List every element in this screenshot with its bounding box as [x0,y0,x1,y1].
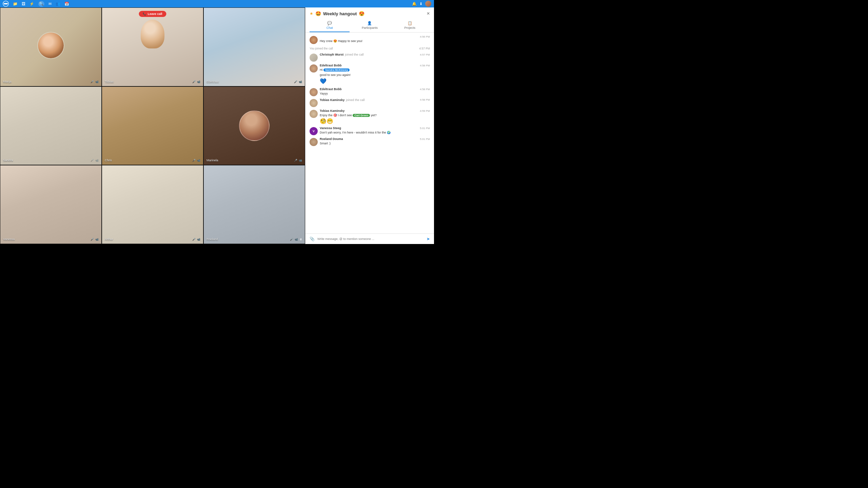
cam-icon-marinela[interactable]: 📹 [299,159,302,162]
video-cell-roeland: Roeland 🎤 📹 🖥 [203,165,305,244]
leave-call-button[interactable]: 📞 Leave call [139,11,166,17]
title-emoji2: 😍 [359,11,364,16]
tab-participants[interactable]: 👤 Participants [350,19,390,32]
cam-icon-vanessa[interactable]: 📹 [95,238,99,241]
app-logo[interactable] [3,1,9,7]
cam-icon-roeland[interactable]: 📹 [295,238,298,241]
nav-contacts-icon[interactable]: 👥 [56,2,60,6]
avatar-msg1 [310,36,318,44]
video-controls-tobias: 🎤 📹 [192,80,200,83]
tobias-joined: Tobias Kaminsky joined the call 4:58 PM [310,98,430,107]
tab-chat[interactable]: 💬 Chat [310,19,350,32]
video-controls-sandra: 🎤 📹 [91,159,99,162]
video-controls-chris: 🎤 📹 [192,159,200,162]
avatar-vanessa-msg: V [310,127,318,135]
participant-name-marinela: Marinela [206,159,218,162]
video-controls-marija: 🎤 📹 [91,80,99,83]
video-cell-chris: Chris 🎤 📹 [102,86,203,165]
participants-tab-label: Participants [362,26,378,29]
chat-messages-list: 4:56 PM Hey crew 😍 Happy to see you! You… [305,33,434,233]
send-message-icon[interactable]: ➤ [427,237,430,241]
video-controls-edeltraut: 🎤 📹 [294,80,302,83]
mic-icon-tobias[interactable]: 🎤 [192,80,196,83]
avatar-marija [37,32,64,59]
message-roeland: Roeland Douma 5:01 PM Smart :) [310,137,430,146]
video-cell-vanessa: Vanessa 🎤 📹 [0,165,102,244]
cam-icon-tobias[interactable]: 📹 [197,80,200,83]
msg-content-tobias: Tobias Kaminsky 4:59 PM Enjoy the 🎯 I do… [320,109,430,125]
nextcloud-logo-icon [3,1,9,7]
cam-icon-arthur[interactable]: 📹 [197,238,200,241]
video-cell-marija: Marija 🎤 📹 [0,7,102,86]
top-navigation: 📁 🖼 ⚡ 🔍 ✉ 👥 📅 🔔 ⬇ [0,0,434,7]
mic-icon-chris[interactable]: 🎤 [192,159,196,162]
participant-name-roeland: Roeland [206,238,218,241]
avatar-roeland-msg [310,138,318,146]
title-emoji: 🤩 [315,11,321,16]
mic-icon-arthur[interactable]: 🎤 [192,238,196,241]
avatar-tobias-msg [310,99,318,107]
tab-projects[interactable]: 📋 Projects [390,19,430,32]
message-1: 4:56 PM Hey crew 😍 Happy to see you! [310,35,430,44]
avatar-christoph [310,54,318,62]
video-cell-sandra: Sandra 🎤 📹 [0,86,102,165]
msg-content-edeltraut-1: Edeltraut Bobb 4:58 PM Hi Sandra McKinne… [320,64,430,85]
cam-icon-edeltraut[interactable]: 📹 [299,80,302,83]
msg-content-1: 4:56 PM Hey crew 😍 Happy to see you! [320,35,430,43]
video-controls-roeland: 🎤 📹 🖥 [290,238,302,241]
favorite-star-icon[interactable]: ★ [310,11,313,16]
video-cell-edeltraut: Edeltraut 🎤 📹 [203,7,305,86]
close-chat-icon[interactable]: ✕ [427,11,430,16]
mic-icon-sandra[interactable]: 🎤 [91,159,94,162]
video-cell-tobias: Tobias 🎤 📹 [102,7,203,86]
message-vanessa: V Vanessa Steeg 5:01 PM Don't yah worry,… [310,126,430,135]
downloads-icon[interactable]: ⬇ [419,2,422,6]
participant-name-arthur: Arthur [105,238,113,241]
nav-search-icon[interactable]: 🔍 [38,1,44,7]
projects-tab-label: Projects [405,26,416,29]
chat-tab-icon: 💬 [327,21,332,25]
message-edeltraut-1: Edeltraut Bobb 4:58 PM Hi Sandra McKinne… [310,64,430,85]
mic-icon-marija[interactable]: 🎤 [91,80,94,83]
video-controls-marinela: 🎤 📹 [294,159,302,162]
msg-content-tobias-joined: Tobias Kaminsky joined the call 4:58 PM [320,98,430,102]
system-msg-joined: You joined the call 4:57 PM [310,46,430,51]
avatar-edeltraut-msg2 [310,88,318,96]
mic-icon-roeland[interactable]: 🎤 [290,238,293,241]
cam-icon-marija[interactable]: 📹 [95,80,99,83]
video-controls-arthur: 🎤 📹 [192,238,200,241]
nav-mail-icon[interactable]: ✉ [48,2,52,6]
nav-activity-icon[interactable]: ⚡ [29,2,34,6]
video-cell-marinela: Marinela 🎤 📹 [203,86,305,165]
msg-content-christoph: Christoph Wurst joined the call 4:57 PM [320,53,430,56]
chat-title: Weekly hangout [323,11,357,16]
msg-text-1: Hey crew 😍 Happy to see you! [320,39,430,43]
message-tobias: Tobias Kaminsky 4:59 PM Enjoy the 🎯 I do… [310,109,430,125]
participants-tab-icon: 👤 [367,21,372,25]
msg-content-edeltraut-2: Edeltraut Bobb 4:58 PM Yayyy [320,87,430,96]
mic-icon-edeltraut[interactable]: 🎤 [294,80,297,83]
nav-photos-icon[interactable]: 🖼 [22,2,25,6]
msg-content-roeland: Roeland Douma 5:01 PM Smart :) [320,137,430,146]
notifications-icon[interactable]: 🔔 [412,2,417,6]
message-input[interactable] [317,237,424,241]
chat-input-area: 📎 ➤ [305,233,434,244]
participant-name-chris: Chris [105,159,112,162]
cam-icon-sandra[interactable]: 📹 [95,159,99,162]
mic-icon-vanessa[interactable]: 🎤 [91,238,94,241]
screen-share-icon-roeland[interactable]: 🖥 [299,238,302,241]
chat-panel: ★ 🤩 Weekly hangout 😍 ✕ 💬 Chat 👤 Particip… [305,7,434,244]
participant-name-tobias: Tobias [105,80,114,83]
mic-icon-marinela[interactable]: 🎤 [294,159,297,162]
participant-name-marija: Marija [3,80,12,83]
svg-point-3 [5,3,7,5]
nav-calendar-icon[interactable]: 📅 [64,2,69,6]
attachment-icon[interactable]: 📎 [310,237,315,241]
nav-files-icon[interactable]: 📁 [13,2,18,6]
user-avatar[interactable] [425,1,431,7]
participant-name-vanessa: Vanessa [3,238,15,241]
chat-tabs: 💬 Chat 👤 Participants 📋 Projects [310,19,430,32]
cam-icon-chris[interactable]: 📹 [197,159,200,162]
participant-name-edeltraut: Edeltraut [206,80,219,83]
participant-name-sandra: Sandra [3,159,13,162]
